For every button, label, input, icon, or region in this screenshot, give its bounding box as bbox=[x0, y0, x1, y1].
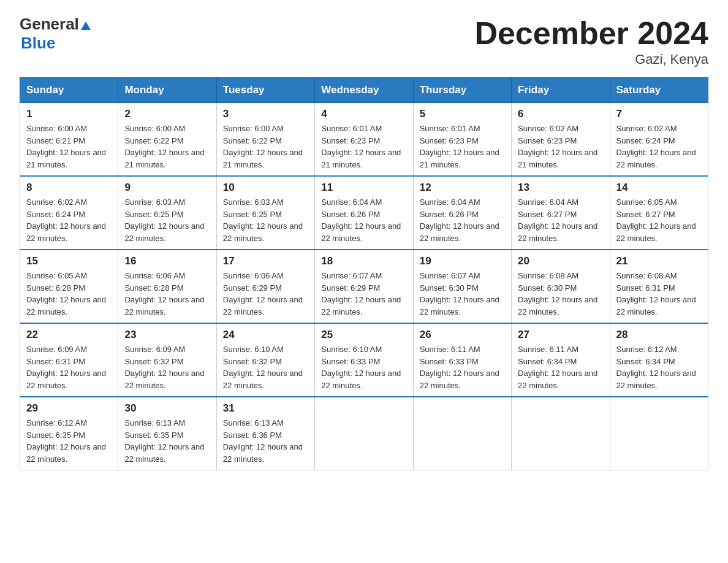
day-info: Sunrise: 6:06 AMSunset: 6:29 PMDaylight:… bbox=[223, 270, 308, 318]
day-info: Sunrise: 6:02 AMSunset: 6:23 PMDaylight:… bbox=[518, 123, 603, 170]
day-info: Sunrise: 6:12 AMSunset: 6:35 PMDaylight:… bbox=[26, 417, 112, 465]
day-info: Sunrise: 6:07 AMSunset: 6:30 PMDaylight:… bbox=[420, 270, 505, 318]
day-number: 23 bbox=[124, 329, 210, 341]
day-info: Sunrise: 6:01 AMSunset: 6:23 PMDaylight:… bbox=[420, 123, 505, 170]
svg-marker-0 bbox=[81, 21, 91, 30]
week-row-1: 1Sunrise: 6:00 AMSunset: 6:21 PMDaylight… bbox=[20, 103, 708, 177]
day-number: 17 bbox=[223, 255, 308, 267]
day-info: Sunrise: 6:00 AMSunset: 6:22 PMDaylight:… bbox=[124, 123, 210, 170]
day-number: 20 bbox=[518, 255, 603, 267]
day-number: 4 bbox=[321, 108, 406, 120]
day-info: Sunrise: 6:04 AMSunset: 6:26 PMDaylight:… bbox=[420, 196, 505, 244]
day-info: Sunrise: 6:13 AMSunset: 6:36 PMDaylight:… bbox=[223, 417, 308, 465]
calendar-cell: 2Sunrise: 6:00 AMSunset: 6:22 PMDaylight… bbox=[118, 103, 216, 177]
day-info: Sunrise: 6:04 AMSunset: 6:26 PMDaylight:… bbox=[321, 196, 406, 244]
day-info: Sunrise: 6:02 AMSunset: 6:24 PMDaylight:… bbox=[26, 196, 112, 244]
page-title: December 2024 bbox=[474, 15, 708, 52]
page-header: General Blue December 2024 Gazi, Kenya bbox=[20, 15, 708, 67]
day-info: Sunrise: 6:10 AMSunset: 6:33 PMDaylight:… bbox=[321, 343, 406, 391]
day-number: 12 bbox=[420, 182, 505, 194]
day-info: Sunrise: 6:00 AMSunset: 6:21 PMDaylight:… bbox=[26, 123, 112, 170]
day-info: Sunrise: 6:05 AMSunset: 6:27 PMDaylight:… bbox=[616, 196, 702, 244]
day-number: 13 bbox=[518, 182, 603, 194]
column-header-saturday: Saturday bbox=[610, 78, 708, 103]
column-header-sunday: Sunday bbox=[20, 78, 118, 103]
day-number: 26 bbox=[420, 329, 505, 341]
logo-triangle-icon bbox=[80, 20, 91, 31]
day-number: 8 bbox=[26, 182, 112, 194]
calendar-cell: 5Sunrise: 6:01 AMSunset: 6:23 PMDaylight… bbox=[413, 103, 511, 177]
day-info: Sunrise: 6:02 AMSunset: 6:24 PMDaylight:… bbox=[616, 123, 702, 170]
calendar-cell: 12Sunrise: 6:04 AMSunset: 6:26 PMDayligh… bbox=[413, 176, 511, 250]
week-row-4: 22Sunrise: 6:09 AMSunset: 6:31 PMDayligh… bbox=[20, 323, 708, 397]
day-info: Sunrise: 6:00 AMSunset: 6:22 PMDaylight:… bbox=[223, 123, 308, 170]
calendar-cell bbox=[315, 397, 413, 470]
title-block: December 2024 Gazi, Kenya bbox=[474, 15, 708, 67]
day-info: Sunrise: 6:04 AMSunset: 6:27 PMDaylight:… bbox=[518, 196, 603, 244]
day-info: Sunrise: 6:10 AMSunset: 6:32 PMDaylight:… bbox=[223, 343, 308, 391]
column-header-monday: Monday bbox=[118, 78, 216, 103]
column-header-tuesday: Tuesday bbox=[216, 78, 314, 103]
day-info: Sunrise: 6:05 AMSunset: 6:28 PMDaylight:… bbox=[26, 270, 112, 318]
day-info: Sunrise: 6:11 AMSunset: 6:33 PMDaylight:… bbox=[420, 343, 505, 391]
day-number: 27 bbox=[518, 329, 603, 341]
calendar-cell: 21Sunrise: 6:08 AMSunset: 6:31 PMDayligh… bbox=[610, 250, 708, 323]
day-info: Sunrise: 6:08 AMSunset: 6:31 PMDaylight:… bbox=[616, 270, 702, 318]
day-number: 24 bbox=[223, 329, 308, 341]
day-number: 3 bbox=[223, 108, 308, 120]
calendar-cell: 9Sunrise: 6:03 AMSunset: 6:25 PMDaylight… bbox=[118, 176, 216, 250]
day-number: 9 bbox=[124, 182, 210, 194]
week-row-3: 15Sunrise: 6:05 AMSunset: 6:28 PMDayligh… bbox=[20, 250, 708, 323]
day-number: 31 bbox=[223, 402, 308, 415]
day-info: Sunrise: 6:09 AMSunset: 6:32 PMDaylight:… bbox=[124, 343, 210, 391]
calendar-cell: 16Sunrise: 6:06 AMSunset: 6:28 PMDayligh… bbox=[118, 250, 216, 323]
calendar-cell: 19Sunrise: 6:07 AMSunset: 6:30 PMDayligh… bbox=[413, 250, 511, 323]
calendar-cell bbox=[512, 397, 610, 470]
calendar-cell: 29Sunrise: 6:12 AMSunset: 6:35 PMDayligh… bbox=[20, 397, 118, 470]
day-number: 15 bbox=[26, 255, 112, 267]
day-number: 30 bbox=[124, 402, 210, 415]
day-info: Sunrise: 6:06 AMSunset: 6:28 PMDaylight:… bbox=[124, 270, 210, 318]
column-header-wednesday: Wednesday bbox=[315, 78, 413, 103]
day-info: Sunrise: 6:09 AMSunset: 6:31 PMDaylight:… bbox=[26, 343, 112, 391]
calendar-cell: 24Sunrise: 6:10 AMSunset: 6:32 PMDayligh… bbox=[216, 323, 314, 397]
day-number: 19 bbox=[420, 255, 505, 267]
calendar-cell: 10Sunrise: 6:03 AMSunset: 6:25 PMDayligh… bbox=[216, 176, 314, 250]
day-number: 22 bbox=[26, 329, 112, 341]
calendar-cell: 3Sunrise: 6:00 AMSunset: 6:22 PMDaylight… bbox=[216, 103, 314, 177]
day-number: 14 bbox=[616, 182, 702, 194]
week-row-5: 29Sunrise: 6:12 AMSunset: 6:35 PMDayligh… bbox=[20, 397, 708, 470]
calendar-cell: 17Sunrise: 6:06 AMSunset: 6:29 PMDayligh… bbox=[216, 250, 314, 323]
column-header-friday: Friday bbox=[512, 78, 610, 103]
calendar-cell bbox=[610, 397, 708, 470]
day-number: 6 bbox=[518, 108, 603, 120]
day-number: 18 bbox=[321, 255, 406, 267]
calendar-cell: 18Sunrise: 6:07 AMSunset: 6:29 PMDayligh… bbox=[315, 250, 413, 323]
day-info: Sunrise: 6:01 AMSunset: 6:23 PMDaylight:… bbox=[321, 123, 406, 170]
calendar-table: SundayMondayTuesdayWednesdayThursdayFrid… bbox=[20, 77, 708, 470]
calendar-cell: 6Sunrise: 6:02 AMSunset: 6:23 PMDaylight… bbox=[512, 103, 610, 177]
calendar-cell: 14Sunrise: 6:05 AMSunset: 6:27 PMDayligh… bbox=[610, 176, 708, 250]
calendar-cell: 1Sunrise: 6:00 AMSunset: 6:21 PMDaylight… bbox=[20, 103, 118, 177]
calendar-cell: 8Sunrise: 6:02 AMSunset: 6:24 PMDaylight… bbox=[20, 176, 118, 250]
day-number: 7 bbox=[616, 108, 702, 120]
day-number: 29 bbox=[26, 402, 112, 415]
day-number: 16 bbox=[124, 255, 210, 267]
calendar-cell: 25Sunrise: 6:10 AMSunset: 6:33 PMDayligh… bbox=[315, 323, 413, 397]
logo-general: General bbox=[20, 15, 79, 34]
day-info: Sunrise: 6:07 AMSunset: 6:29 PMDaylight:… bbox=[321, 270, 406, 318]
calendar-cell: 28Sunrise: 6:12 AMSunset: 6:34 PMDayligh… bbox=[610, 323, 708, 397]
calendar-cell: 27Sunrise: 6:11 AMSunset: 6:34 PMDayligh… bbox=[512, 323, 610, 397]
calendar-cell: 20Sunrise: 6:08 AMSunset: 6:30 PMDayligh… bbox=[512, 250, 610, 323]
week-row-2: 8Sunrise: 6:02 AMSunset: 6:24 PMDaylight… bbox=[20, 176, 708, 250]
header-row: SundayMondayTuesdayWednesdayThursdayFrid… bbox=[20, 78, 708, 103]
day-info: Sunrise: 6:13 AMSunset: 6:35 PMDaylight:… bbox=[124, 417, 210, 465]
calendar-cell: 4Sunrise: 6:01 AMSunset: 6:23 PMDaylight… bbox=[315, 103, 413, 177]
column-header-thursday: Thursday bbox=[413, 78, 511, 103]
day-number: 10 bbox=[223, 182, 308, 194]
calendar-cell: 31Sunrise: 6:13 AMSunset: 6:36 PMDayligh… bbox=[216, 397, 314, 470]
calendar-cell: 30Sunrise: 6:13 AMSunset: 6:35 PMDayligh… bbox=[118, 397, 216, 470]
day-info: Sunrise: 6:12 AMSunset: 6:34 PMDaylight:… bbox=[616, 343, 702, 391]
calendar-cell: 22Sunrise: 6:09 AMSunset: 6:31 PMDayligh… bbox=[20, 323, 118, 397]
logo-blue: Blue bbox=[21, 34, 55, 52]
